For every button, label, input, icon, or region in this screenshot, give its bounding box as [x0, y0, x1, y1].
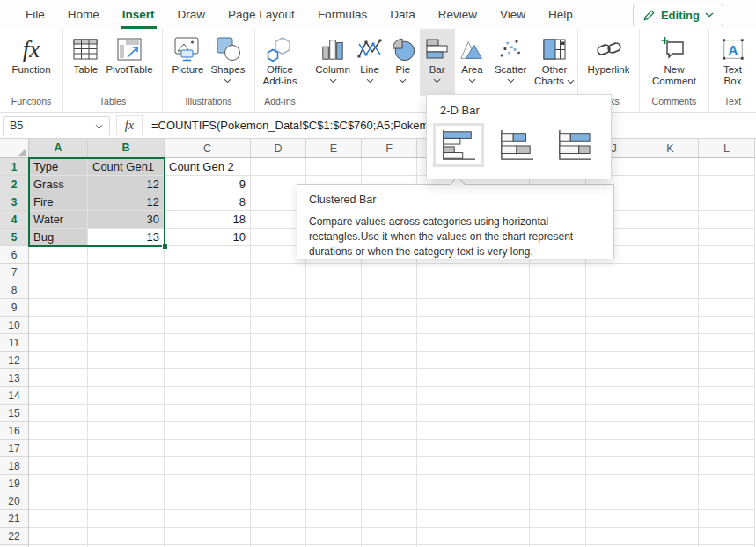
row-header-18[interactable]: 18: [0, 457, 29, 475]
cell-G16[interactable]: [417, 422, 473, 440]
cell-E16[interactable]: [306, 422, 362, 440]
ribbon-button-pie[interactable]: Pie: [386, 29, 420, 96]
cell-D14[interactable]: [251, 387, 306, 405]
cell-B4[interactable]: 30: [88, 211, 165, 229]
ribbon-button-picture[interactable]: Picture: [169, 29, 208, 96]
cell-H19[interactable]: [473, 475, 530, 492]
cell-H12[interactable]: [473, 352, 530, 369]
cell-K20[interactable]: [642, 492, 699, 510]
editing-mode-button[interactable]: Editing: [633, 4, 723, 26]
cell-L19[interactable]: [699, 475, 755, 492]
cell-K17[interactable]: [642, 440, 699, 457]
cell-L15[interactable]: [699, 405, 755, 422]
insert-function-button[interactable]: fx: [116, 115, 143, 135]
cell-B13[interactable]: [88, 369, 165, 387]
cell-L7[interactable]: [699, 264, 755, 281]
cell-H22[interactable]: [473, 528, 530, 545]
row-header-11[interactable]: 11: [0, 334, 29, 352]
cell-J13[interactable]: [586, 369, 642, 387]
cell-I18[interactable]: [530, 457, 586, 475]
cell-K4[interactable]: [642, 211, 699, 229]
cell-B16[interactable]: [88, 422, 165, 440]
cell-G8[interactable]: [417, 281, 473, 299]
column-header-B[interactable]: B: [88, 139, 165, 158]
cell-A21[interactable]: [29, 510, 88, 528]
row-header-21[interactable]: 21: [0, 510, 29, 528]
row-header-17[interactable]: 17: [0, 440, 29, 457]
cell-K3[interactable]: [642, 193, 699, 211]
ribbon-button-shapes[interactable]: Shapes: [207, 29, 248, 96]
cell-L9[interactable]: [699, 299, 755, 317]
cell-D17[interactable]: [251, 440, 306, 457]
cell-G21[interactable]: [417, 510, 473, 528]
column-header-C[interactable]: C: [165, 139, 251, 158]
cell-C13[interactable]: [165, 369, 251, 387]
row-header-8[interactable]: 8: [0, 281, 29, 299]
cell-D15[interactable]: [251, 405, 306, 422]
cell-K16[interactable]: [642, 422, 699, 440]
cell-J22[interactable]: [586, 528, 642, 545]
cell-A8[interactable]: [29, 281, 88, 299]
menu-tab-help[interactable]: Help: [537, 0, 584, 29]
ribbon-button-new-comment[interactable]: NewComment: [649, 29, 700, 96]
ribbon-button-column[interactable]: Column: [312, 29, 353, 96]
row-header-12[interactable]: 12: [0, 352, 29, 369]
row-header-3[interactable]: 3: [0, 193, 29, 211]
cell-C12[interactable]: [165, 352, 251, 369]
cell-B1[interactable]: Count Gen1: [88, 158, 165, 176]
menu-tab-formulas[interactable]: Formulas: [306, 0, 378, 29]
cell-F14[interactable]: [362, 387, 417, 405]
cell-D11[interactable]: [251, 334, 306, 352]
cell-I7[interactable]: [530, 264, 586, 281]
row-header-9[interactable]: 9: [0, 299, 29, 317]
ribbon-button-table[interactable]: Table: [69, 29, 102, 96]
cell-D10[interactable]: [251, 317, 306, 334]
cell-K13[interactable]: [642, 369, 699, 387]
cell-E19[interactable]: [306, 475, 362, 492]
cell-F20[interactable]: [362, 492, 417, 510]
cell-B9[interactable]: [88, 299, 165, 317]
cell-L4[interactable]: [699, 211, 755, 229]
cell-E1[interactable]: [306, 158, 362, 176]
cell-E13[interactable]: [306, 369, 362, 387]
row-header-7[interactable]: 7: [0, 264, 29, 281]
cell-A18[interactable]: [29, 457, 88, 475]
cell-L18[interactable]: [699, 457, 755, 475]
cell-A12[interactable]: [29, 352, 88, 369]
cell-K11[interactable]: [642, 334, 699, 352]
cell-A10[interactable]: [29, 317, 88, 334]
cell-D13[interactable]: [251, 369, 306, 387]
ribbon-button-function[interactable]: fxFunction: [8, 29, 54, 96]
ribbon-button-bar[interactable]: Bar: [420, 29, 455, 96]
cell-B18[interactable]: [88, 457, 165, 475]
column-header-F[interactable]: F: [362, 139, 417, 158]
cell-A17[interactable]: [29, 440, 88, 457]
cell-F10[interactable]: [362, 317, 417, 334]
cell-L5[interactable]: [699, 229, 755, 246]
cell-F8[interactable]: [362, 281, 417, 299]
cell-A6[interactable]: [29, 246, 88, 264]
cell-C19[interactable]: [165, 475, 251, 492]
cell-B10[interactable]: [88, 317, 165, 334]
cell-H14[interactable]: [473, 387, 530, 405]
name-box[interactable]: B5: [3, 116, 110, 135]
column-header-D[interactable]: D: [251, 139, 306, 158]
cell-G11[interactable]: [417, 334, 473, 352]
cell-F17[interactable]: [362, 440, 417, 457]
cell-C21[interactable]: [165, 510, 251, 528]
cell-A14[interactable]: [29, 387, 88, 405]
row-header-19[interactable]: 19: [0, 475, 29, 492]
cell-J18[interactable]: [586, 457, 642, 475]
cell-J10[interactable]: [586, 317, 642, 334]
cell-K18[interactable]: [642, 457, 699, 475]
cell-E10[interactable]: [306, 317, 362, 334]
cell-G7[interactable]: [417, 264, 473, 281]
menu-tab-insert[interactable]: Insert: [111, 0, 166, 29]
cell-F18[interactable]: [362, 457, 417, 475]
cell-E8[interactable]: [306, 281, 362, 299]
cell-E21[interactable]: [306, 510, 362, 528]
cell-K7[interactable]: [642, 264, 699, 281]
cell-F1[interactable]: [362, 158, 417, 176]
cell-K21[interactable]: [642, 510, 699, 528]
cell-G10[interactable]: [417, 317, 473, 334]
